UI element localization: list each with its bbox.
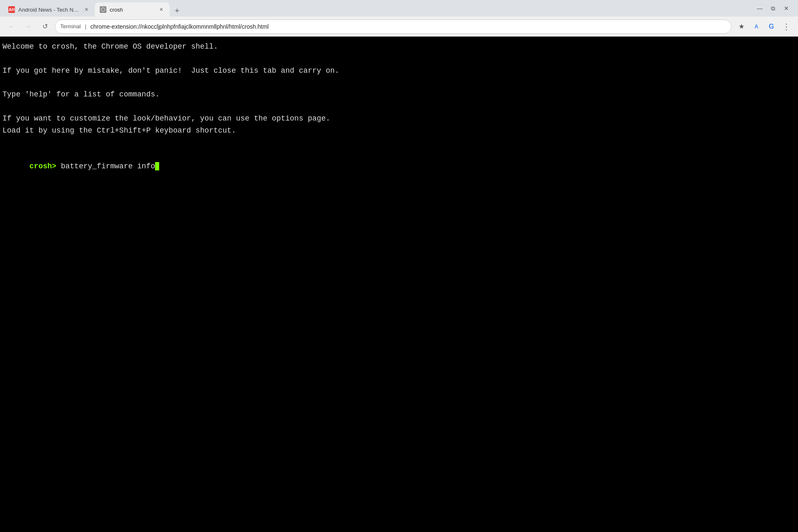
tab-strip: AH Android News - Tech News And... ✕ cro… — [3, 0, 755, 17]
address-separator: | — [85, 23, 86, 30]
tab-close-android-news[interactable]: ✕ — [83, 6, 90, 13]
address-bar[interactable]: Terminal | chrome-extension://nkoccljpln… — [55, 20, 732, 34]
tab-favicon-crosh — [100, 6, 106, 13]
reload-button[interactable]: ↺ — [38, 20, 52, 33]
profile-button[interactable]: G — [765, 20, 778, 33]
new-tab-button[interactable]: + — [171, 5, 183, 17]
close-button[interactable]: ✕ — [781, 3, 791, 13]
bookmark-button[interactable]: ★ — [735, 20, 748, 33]
terminal-options-line-2: Load it by using the Ctrl+Shift+P keyboa… — [2, 125, 796, 137]
tab-close-crosh[interactable]: ✕ — [158, 6, 165, 13]
address-terminal-label: Terminal — [60, 23, 81, 30]
tab-title-android-news: Android News - Tech News And... — [18, 7, 80, 13]
minimize-button[interactable]: — — [755, 3, 765, 13]
nav-actions: ★ A G ⋮ — [735, 20, 793, 33]
tab-crosh[interactable]: crosh ✕ — [95, 2, 170, 17]
restore-button[interactable]: ⧉ — [768, 3, 778, 13]
terminal-mistake-line: If you got here by mistake, don't panic!… — [2, 65, 796, 77]
menu-button[interactable]: ⋮ — [780, 20, 793, 33]
terminal-cursor — [155, 162, 159, 170]
forward-button[interactable]: → — [22, 20, 35, 33]
crosh-favicon-icon — [100, 7, 106, 12]
terminal-area[interactable]: Welcome to crosh, the Chrome OS develope… — [0, 37, 798, 532]
window-controls: — ⧉ ✕ — [755, 3, 795, 13]
terminal-prompt-line: crosh> battery_firmware info — [2, 148, 796, 184]
terminal-command-text: battery_firmware info — [57, 162, 155, 170]
translate-button[interactable]: A — [750, 20, 763, 33]
terminal-blank-3 — [2, 101, 796, 113]
terminal-options-line-1: If you want to customize the look/behavi… — [2, 113, 796, 125]
tab-title-crosh: crosh — [110, 7, 155, 13]
browser-window: AH Android News - Tech News And... ✕ cro… — [0, 0, 798, 532]
nav-bar: ← → ↺ Terminal | chrome-extension://nkoc… — [0, 17, 798, 37]
terminal-welcome-line: Welcome to crosh, the Chrome OS develope… — [2, 41, 796, 53]
terminal-help-line: Type 'help' for a list of commands. — [2, 89, 796, 101]
back-button[interactable]: ← — [5, 20, 18, 33]
terminal-blank-4 — [2, 136, 796, 148]
tab-android-news[interactable]: AH Android News - Tech News And... ✕ — [3, 2, 95, 17]
tab-favicon-ah: AH — [8, 6, 15, 13]
address-url: chrome-extension://nkoccljplnhpfnfiajclk… — [91, 23, 726, 30]
title-bar: AH Android News - Tech News And... ✕ cro… — [0, 0, 798, 17]
terminal-blank-1 — [2, 53, 796, 65]
terminal-blank-2 — [2, 76, 796, 89]
terminal-prompt-text: crosh> — [30, 162, 57, 170]
